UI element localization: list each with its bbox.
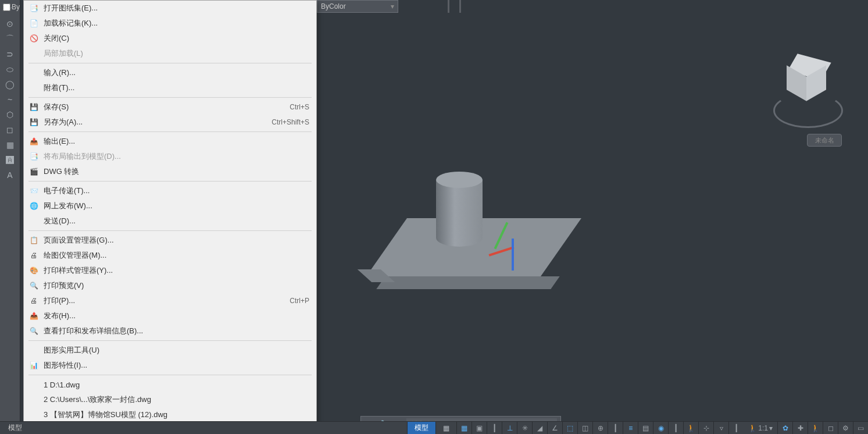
menu-item-label: 电子传递(T)... [44, 186, 309, 196]
bycolor-dropdown[interactable]: ByColor [317, 0, 398, 13]
status-3dosnap-icon[interactable]: ◫ [577, 422, 592, 435]
menu-item-icon: 🎬 [28, 166, 39, 177]
tool-ring-icon[interactable]: ◯ [4, 79, 16, 90]
status-icons: ▦ ▣ ┃ ⊥ ✳ ◢ ∠ ⬚ ◫ ⊕ ┃ ≡ ▤ ◉ ┃ 🚶 ⊹ ▿ ┃ 🚶1… [456, 422, 868, 435]
status-gizmo-icon[interactable]: ⊹ [698, 422, 713, 435]
status-man-icon[interactable]: 🚶 [683, 422, 698, 435]
tool-ellipse-icon[interactable]: ⬭ [4, 63, 16, 75]
menu-item-icon: 💾 [28, 102, 39, 112]
menu-item-9[interactable]: 💾另存为(A)...Ctrl+Shift+S [24, 115, 316, 130]
status-polar-icon[interactable]: ✳ [517, 422, 532, 435]
menu-item-label: 打印样式管理器(Y)... [44, 265, 309, 276]
menu-item-21[interactable]: 🎨打印样式管理器(Y)... [24, 263, 316, 278]
menu-item-19[interactable]: 📋页面设置管理器(G)... [24, 233, 316, 248]
menu-item-24[interactable]: 📤发布(H)... [24, 308, 316, 323]
menu-item-13[interactable]: 🎬DWG 转换 [24, 164, 316, 179]
menu-item-23[interactable]: 🖨打印(P)...Ctrl+P [24, 293, 316, 308]
viewcube[interactable] [772, 55, 845, 128]
status-scale[interactable]: 🚶1:1▾ [744, 422, 777, 435]
menu-item-32[interactable]: 3 【智筑网】博物馆SU模型 (12).dwg [24, 407, 316, 422]
menu-separator [28, 181, 312, 182]
menu-item-16[interactable]: 🌐网上发布(W)... [24, 198, 316, 214]
menu-item-label: 输入(R)... [44, 67, 309, 78]
ucs-axes-icon [488, 227, 523, 273]
status-snap-icon[interactable]: ▣ [471, 422, 487, 435]
tool-spline-icon[interactable]: ~ [4, 94, 16, 105]
tool-arc2-icon[interactable]: ⊃ [4, 48, 16, 60]
menu-item-15[interactable]: 📨电子传递(T)... [24, 183, 316, 198]
status-sep2-icon: ┃ [608, 422, 623, 435]
status-ann-icon[interactable]: ◻ [823, 422, 838, 435]
menu-item-30[interactable]: 1 D:\1.dwg [24, 377, 316, 392]
menu-item-label: 图形实用工具(U) [44, 345, 309, 355]
menu-item-2[interactable]: 🚫关闭(C) [24, 31, 316, 46]
menu-item-icon: 📤 [28, 311, 39, 321]
axis-z-icon [512, 239, 514, 271]
status-sep-icon: ┃ [487, 422, 502, 435]
menu-item-1[interactable]: 📄加载标记集(K)... [24, 16, 316, 31]
menu-item-label: 页面设置管理器(G)... [44, 235, 309, 246]
tool-arc-icon[interactable]: ⌒ [4, 33, 16, 45]
menu-item-icon: 🖨 [28, 296, 39, 306]
menu-item-8[interactable]: 💾保存(S)Ctrl+S [24, 99, 316, 115]
status-max-icon[interactable]: ▭ [853, 422, 868, 435]
tab-model[interactable]: 模型 [407, 422, 435, 435]
status-lw-icon[interactable]: ≡ [623, 422, 638, 435]
menu-item-icon: 📑 [28, 3, 39, 13]
tool-text-icon[interactable]: 🅰 [4, 154, 16, 166]
status-cycle-icon[interactable]: ◉ [653, 422, 668, 435]
viewcube-ring-icon[interactable] [773, 93, 843, 128]
menu-item-17[interactable]: 发送(D)... [24, 214, 316, 229]
menu-item-label: 关闭(C) [44, 33, 309, 44]
status-dyn-icon[interactable]: ⊕ [592, 422, 608, 435]
status-trans-icon[interactable]: ▤ [638, 422, 653, 435]
status-ws-icon[interactable]: ⚙ [838, 422, 853, 435]
menu-item-icon: 📊 [28, 360, 39, 371]
status-osnap-icon[interactable]: ∠ [547, 422, 562, 435]
status-filter-icon[interactable]: ▿ [713, 422, 728, 435]
tool-polygon-icon[interactable]: ⬡ [4, 109, 16, 120]
menu-item-label: 打印(P)... [44, 296, 290, 306]
status-sep3-icon: ┃ [668, 422, 683, 435]
menu-item-6[interactable]: 附着(T)... [24, 80, 316, 95]
status-tabs: 模型 ▦ [407, 422, 456, 435]
menu-item-28[interactable]: 📊图形特性(I)... [24, 358, 316, 373]
menu-item-label: 局部加载(L) [44, 48, 309, 59]
menu-item-25[interactable]: 🔍查看打印和发布详细信息(B)... [24, 323, 316, 339]
file-menu: 📑打开图纸集(E)...📄加载标记集(K)...🚫关闭(C)局部加载(L)输入(… [23, 0, 317, 431]
menu-item-icon: 🎨 [28, 265, 39, 276]
menu-item-label: 发布(H)... [44, 311, 309, 321]
top-separator [448, 0, 449, 13]
menu-item-icon [28, 379, 39, 390]
menu-item-0[interactable]: 📑打开图纸集(E)... [24, 1, 316, 16]
menu-item-12: 📑将布局输出到模型(D)... [24, 149, 316, 164]
status-plus-icon[interactable]: ✚ [792, 422, 808, 435]
by-layer-checkbox[interactable]: By [3, 3, 20, 11]
tool-circle-icon[interactable]: ⊙ [4, 18, 16, 30]
status-gear-icon[interactable]: ✿ [777, 422, 792, 435]
menu-item-label: 附着(T)... [44, 83, 309, 93]
menu-item-icon: 🔍 [28, 326, 39, 336]
viewcube-label[interactable]: 未命名 [807, 134, 842, 147]
tool-rect-icon[interactable]: ◻ [4, 124, 16, 136]
menu-item-label: 查看打印和发布详细信息(B)... [44, 326, 309, 336]
menu-item-icon [28, 216, 39, 226]
menu-item-11[interactable]: 📤输出(E)... [24, 134, 316, 149]
menu-item-shortcut: Ctrl+S [290, 103, 309, 111]
menu-item-5[interactable]: 输入(R)... [24, 65, 316, 80]
status-iso-icon[interactable]: ◢ [532, 422, 547, 435]
status-lock-icon[interactable]: ⬚ [562, 422, 577, 435]
status-grid-icon[interactable]: ▦ [435, 422, 456, 435]
tool-mtext-icon[interactable]: A [4, 169, 16, 181]
status-man2-icon[interactable]: 🚶 [808, 422, 823, 435]
menu-item-label: 网上发布(W)... [44, 201, 309, 211]
status-grid2-icon[interactable]: ▦ [456, 422, 471, 435]
menu-item-31[interactable]: 2 C:\Users\...\致家家一封信.dwg [24, 392, 316, 407]
status-ortho-icon[interactable]: ⊥ [502, 422, 517, 435]
menu-item-27[interactable]: 图形实用工具(U) [24, 343, 316, 358]
menu-item-3: 局部加载(L) [24, 46, 316, 61]
menu-item-icon: 🖨 [28, 250, 39, 261]
tool-hatch-icon[interactable]: ▦ [4, 139, 16, 151]
menu-item-20[interactable]: 🖨绘图仪管理器(M)... [24, 248, 316, 263]
menu-item-22[interactable]: 🔍打印预览(V) [24, 278, 316, 293]
